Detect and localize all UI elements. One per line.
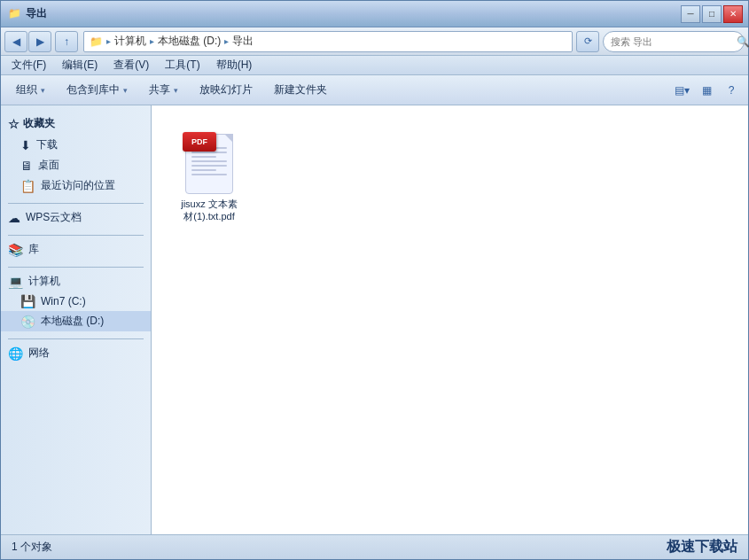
content-area: PDF jisuxz 文本素材(1).txt.pdf <box>152 105 748 534</box>
path-part-2: 本地磁盘 (D:) <box>158 34 221 49</box>
divider-1 <box>8 203 144 204</box>
computer-label: 计算机 <box>28 274 60 289</box>
sidebar-item-library[interactable]: 📚 库 <box>1 239 151 260</box>
network-icon: 🌐 <box>8 346 23 361</box>
menu-tools[interactable]: 工具(T) <box>158 56 207 74</box>
favorites-section: ☆ 收藏夹 ⬇ 下载 🖥 桌面 📋 最近访问的位置 <box>1 113 151 196</box>
sidebar-item-win7[interactable]: 💾 Win7 (C:) <box>1 292 151 311</box>
address-path[interactable]: 📁 ▸ 计算机 ▸ 本地磁盘 (D:) ▸ 导出 <box>83 31 573 52</box>
title-bar-left: 📁 导出 <box>8 6 47 21</box>
downloads-label: 下载 <box>36 137 58 152</box>
win7-icon: 💾 <box>20 294 35 308</box>
window-icon: 📁 <box>8 7 22 21</box>
include-library-button[interactable]: 包含到库中 ▾ <box>57 78 137 103</box>
pdf-line-7 <box>191 174 227 175</box>
search-icon[interactable]: 🔍 <box>737 35 749 48</box>
share-button[interactable]: 共享 ▾ <box>139 78 188 103</box>
help-button[interactable]: ? <box>720 80 743 101</box>
toolbar: 组织 ▾ 包含到库中 ▾ 共享 ▾ 放映幻灯片 新建文件夹 ▤▾ ▦ ? <box>1 75 748 105</box>
local-disk-icon: 💿 <box>20 315 35 329</box>
path-part-3: 导出 <box>232 34 254 49</box>
file-name: jisuxz 文本素材(1).txt.pdf <box>176 198 242 223</box>
divider-3 <box>8 267 144 268</box>
pdf-line-3 <box>191 156 216 158</box>
sidebar-item-desktop[interactable]: 🖥 桌面 <box>1 155 151 175</box>
status-bar: 1 个对象 极速下载站 <box>1 534 748 559</box>
preview-pane-button[interactable]: ▦ <box>695 80 718 101</box>
pdf-line-5 <box>191 165 227 167</box>
library-label: 库 <box>28 242 39 257</box>
computer-section: 💻 计算机 💾 Win7 (C:) 💿 本地磁盘 (D:) <box>1 271 151 331</box>
sidebar-item-wps[interactable]: ☁ WPS云文档 <box>1 207 151 228</box>
win7-label: Win7 (C:) <box>41 295 86 307</box>
sidebar: ☆ 收藏夹 ⬇ 下载 🖥 桌面 📋 最近访问的位置 <box>1 105 152 534</box>
slideshow-button[interactable]: 放映幻灯片 <box>190 78 262 103</box>
toolbar-right: ▤▾ ▦ ? <box>670 80 743 101</box>
recent-icon: 📋 <box>20 179 35 193</box>
refresh-button[interactable]: ⟳ <box>576 31 599 52</box>
library-icon: 📚 <box>8 243 23 257</box>
sidebar-item-downloads[interactable]: ⬇ 下载 <box>1 135 151 155</box>
status-count: 1 个对象 <box>12 540 52 555</box>
share-label: 共享 <box>149 82 170 97</box>
sidebar-item-network[interactable]: 🌐 网络 <box>1 343 151 363</box>
search-input[interactable] <box>611 36 733 47</box>
nav-buttons: ◀ ▶ <box>4 31 51 52</box>
pdf-file-icon: PDF <box>183 130 236 194</box>
new-folder-button[interactable]: 新建文件夹 <box>264 78 337 103</box>
desktop-icon: 🖥 <box>20 159 33 173</box>
recent-label: 最近访问的位置 <box>41 178 115 193</box>
pdf-line-2 <box>191 152 227 153</box>
path-part-computer: 📁 <box>90 35 103 48</box>
library-section: 📚 库 <box>1 239 151 260</box>
minimize-button[interactable]: ─ <box>681 5 700 23</box>
sidebar-item-recent[interactable]: 📋 最近访问的位置 <box>1 175 151 196</box>
path-arrow-1: ▸ <box>106 36 111 46</box>
favorites-icon: ☆ <box>8 117 20 131</box>
slideshow-label: 放映幻灯片 <box>199 82 253 97</box>
title-controls: ─ □ ✕ <box>681 5 743 23</box>
wps-icon: ☁ <box>8 211 20 225</box>
organize-button[interactable]: 组织 ▾ <box>6 78 55 103</box>
menu-view[interactable]: 查看(V) <box>106 56 156 74</box>
path-arrow-3: ▸ <box>224 36 229 46</box>
local-disk-label: 本地磁盘 (D:) <box>41 314 104 329</box>
downloads-icon: ⬇ <box>20 138 31 152</box>
menu-file[interactable]: 文件(F) <box>4 56 53 74</box>
menu-edit[interactable]: 编辑(E) <box>55 56 105 74</box>
menu-help[interactable]: 帮助(H) <box>209 56 260 74</box>
organize-label: 组织 <box>16 82 37 97</box>
network-label: 网络 <box>28 346 50 361</box>
address-bar: ◀ ▶ ↑ 📁 ▸ 计算机 ▸ 本地磁盘 (D:) ▸ 导出 ⟳ 🔍 <box>1 27 748 56</box>
include-label: 包含到库中 <box>66 82 120 97</box>
file-grid: PDF jisuxz 文本素材(1).txt.pdf <box>166 120 734 234</box>
new-folder-label: 新建文件夹 <box>274 82 327 97</box>
back-button[interactable]: ◀ <box>4 31 27 52</box>
forward-button[interactable]: ▶ <box>28 31 51 52</box>
maximize-button[interactable]: □ <box>702 5 722 23</box>
sidebar-item-local-disk[interactable]: 💿 本地磁盘 (D:) <box>1 311 151 331</box>
main-area: ☆ 收藏夹 ⬇ 下载 🖥 桌面 📋 最近访问的位置 <box>1 105 748 534</box>
network-section: 🌐 网络 <box>1 343 151 363</box>
divider-2 <box>8 235 144 236</box>
computer-icon: 💻 <box>8 275 23 289</box>
pdf-line-4 <box>191 160 227 162</box>
path-part-1: 计算机 <box>114 34 146 49</box>
title-bar: 📁 导出 ─ □ ✕ <box>1 1 748 27</box>
favorites-header: ☆ 收藏夹 <box>1 113 151 135</box>
window-title: 导出 <box>26 6 47 21</box>
up-button[interactable]: ↑ <box>55 31 78 52</box>
pdf-badge: PDF <box>183 132 216 152</box>
view-options-button[interactable]: ▤▾ <box>670 80 693 101</box>
menu-bar: 文件(F) 编辑(E) 查看(V) 工具(T) 帮助(H) <box>1 56 748 75</box>
file-item-pdf[interactable]: PDF jisuxz 文本素材(1).txt.pdf <box>169 123 249 230</box>
wps-section: ☁ WPS云文档 <box>1 207 151 228</box>
divider-4 <box>8 338 144 339</box>
path-arrow-2: ▸ <box>150 36 154 46</box>
wps-label: WPS云文档 <box>26 210 82 225</box>
include-dropdown-icon: ▾ <box>123 86 128 95</box>
close-button[interactable]: ✕ <box>723 5 743 23</box>
watermark: 极速下载站 <box>667 538 737 556</box>
sidebar-item-computer[interactable]: 💻 计算机 <box>1 271 151 292</box>
explorer-window: 📁 导出 ─ □ ✕ ◀ ▶ ↑ 📁 ▸ 计算机 ▸ 本地磁盘 (D:) ▸ 导… <box>0 0 749 560</box>
